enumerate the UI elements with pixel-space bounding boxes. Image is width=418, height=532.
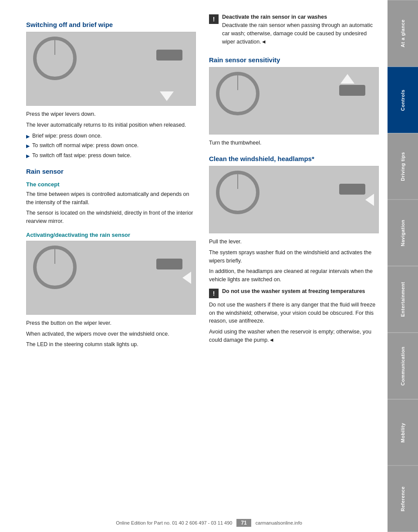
clean-body3: In addition, the headlamps are cleaned a… bbox=[209, 267, 379, 284]
clean-windshield-image bbox=[209, 166, 379, 233]
section-clean-windshield: Clean the windshield, headlamps* Pull th… bbox=[209, 155, 379, 284]
warning-carwash-title: Deactivate the rain sensor in car washes bbox=[222, 14, 379, 20]
sidebar-tab-communication[interactable]: Communication bbox=[388, 333, 418, 399]
activating-body3: The LED in the steering column stalk lig… bbox=[26, 340, 196, 349]
right-column: ! Deactivate the rain sensor in car wash… bbox=[209, 13, 379, 351]
section-rain-sensor: Rain sensor The concept The time between… bbox=[26, 168, 196, 226]
activating-title: Activating/deactivating the rain sensor bbox=[26, 232, 196, 238]
sidebar-tab-navigation[interactable]: Navigation bbox=[388, 199, 418, 266]
warning-icon-1: ! bbox=[209, 14, 219, 24]
bullet-arrow-1: ▶ bbox=[26, 133, 30, 140]
sensitivity-image bbox=[209, 67, 379, 135]
bullet-switch-normal: ▶ To switch off normal wipe: press down … bbox=[26, 141, 196, 150]
sensitivity-body: Turn the thumbwheel. bbox=[209, 139, 379, 147]
sidebar-tab-mobility[interactable]: Mobility bbox=[388, 399, 418, 466]
clean-body1: Pull the lever. bbox=[209, 238, 379, 246]
the-concept-title: The concept bbox=[26, 181, 196, 188]
footer-text: Online Edition for Part no. 01 40 2 606 … bbox=[116, 520, 232, 525]
sidebar-tab-at-a-glance[interactable]: At a glance bbox=[388, 0, 418, 67]
bullet-arrow-2: ▶ bbox=[26, 142, 30, 150]
warning-freezing-body2: Avoid using the washer when the reservoi… bbox=[209, 328, 379, 344]
switching-off-image bbox=[26, 32, 196, 106]
concept-body1: The time between wipes is controlled aut… bbox=[26, 190, 196, 207]
sidebar-tab-controls[interactable]: Controls bbox=[388, 67, 418, 133]
rain-sensor-title: Rain sensor bbox=[26, 168, 196, 175]
activating-body2: When activated, the wipers move over the… bbox=[26, 330, 196, 338]
clean-windshield-title: Clean the windshield, headlamps* bbox=[209, 155, 379, 162]
warning-icon-2: ! bbox=[209, 289, 219, 298]
warning-freezing-title: Do not use the washer system at freezing… bbox=[222, 288, 379, 294]
left-column: Switching off and brief wipe Press the w… bbox=[26, 13, 196, 351]
bullet-text-2: To switch off normal wipe: press down on… bbox=[32, 141, 138, 150]
warning-freezing-text: Do not use the washer system at freezing… bbox=[222, 288, 379, 296]
footer-logo-text: carmanualsonline.info bbox=[256, 520, 302, 525]
warning-carwash-text: Deactivate the rain sensor in car washes… bbox=[222, 14, 379, 48]
concept-body2: The sensor is located on the windshield,… bbox=[26, 209, 196, 226]
bullet-brief-wipe: ▶ Brief wipe: press down once. bbox=[26, 132, 196, 140]
sidebar-tab-entertainment[interactable]: Entertainment bbox=[388, 266, 418, 333]
page-footer: Online Edition for Part no. 01 40 2 606 … bbox=[0, 519, 418, 527]
bullet-arrow-3: ▶ bbox=[26, 152, 30, 160]
activating-image bbox=[26, 241, 196, 315]
rain-sensitivity-title: Rain sensor sensitivity bbox=[209, 56, 379, 64]
warning-freezing-body: Do not use the washers if there is any d… bbox=[209, 301, 379, 325]
section-activating: Activating/deactivating the rain sensor … bbox=[26, 232, 196, 349]
bullet-text-3: To switch off fast wipe: press down twic… bbox=[32, 152, 131, 160]
sidebar-tab-driving-tips[interactable]: Driving tips bbox=[388, 133, 418, 200]
activating-body1: Press the button on the wiper lever. bbox=[26, 319, 196, 327]
page-number: 71 bbox=[236, 519, 251, 527]
warning-car-wash: ! Deactivate the rain sensor in car wash… bbox=[209, 14, 379, 48]
sidebar: At a glance Controls Driving tips Naviga… bbox=[388, 0, 418, 532]
warning-carwash-body: Deactivate the rain sensor when passing … bbox=[222, 21, 379, 46]
clean-body2: The system sprays washer fluid on the wi… bbox=[209, 249, 379, 265]
bullet-switch-fast: ▶ To switch off fast wipe: press down tw… bbox=[26, 152, 196, 160]
warning-freezing: ! Do not use the washer system at freezi… bbox=[209, 288, 379, 298]
bullet-text-1: Brief wipe: press down once. bbox=[32, 132, 102, 140]
section-switching-off-title: Switching off and brief wipe bbox=[26, 21, 196, 28]
switching-off-body1: Press the wiper levers down. bbox=[26, 110, 196, 118]
section-rain-sensitivity: Rain sensor sensitivity Turn the thumbwh… bbox=[209, 56, 379, 147]
switching-off-body2: The lever automatically returns to its i… bbox=[26, 121, 196, 129]
section-switching-off: Switching off and brief wipe Press the w… bbox=[26, 21, 196, 160]
